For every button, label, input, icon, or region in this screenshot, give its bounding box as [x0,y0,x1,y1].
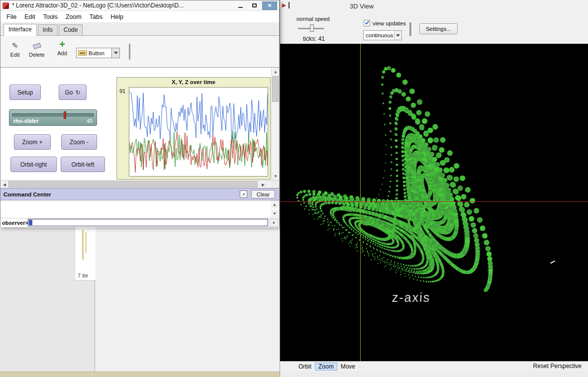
setup-button[interactable]: Setup [9,85,41,100]
widget-horizontal-scrollbar[interactable]: ◀ ▶ [0,180,279,188]
menu-tools[interactable]: Tools [39,12,62,22]
scroll-right-icon[interactable]: ▶ [259,181,267,188]
interface-canvas: Setup Go ↻ rho-slider 40 Zoom + Zoom - O… [0,68,279,180]
rho-slider[interactable]: rho-slider 40 [9,109,97,126]
reset-perspective-button[interactable]: Reset Perspective [533,363,582,370]
update-mode-value: continuous [364,32,394,38]
view-updates-toggle[interactable]: view updates [364,20,406,26]
close-button[interactable]: × [262,1,277,10]
go-button[interactable]: Go ↻ [59,85,87,100]
scrollbar-corner [271,181,279,188]
window-titlebar[interactable]: * Lorenz Attractor-3D_02 - NetLogo {C:\U… [0,0,279,11]
add-widget-button[interactable]: + Add [54,40,70,56]
z-axis-label: z-axis [392,290,431,305]
netlogo-main-window: * Lorenz Attractor-3D_02 - NetLogo {C:\U… [0,0,280,227]
speed-label: normal speed [296,16,330,22]
folder-icon [85,232,87,253]
mode-orbit[interactable]: Orbit [295,363,315,371]
scroll-down-icon[interactable]: ▼ [271,209,279,217]
interface-toolbar: ✎ Edit Delete + Add abc Button [0,36,279,68]
mode-zoom[interactable]: Zoom [315,363,337,371]
settings-label: Settings... [426,26,451,32]
scroll-left-icon[interactable]: ◀ [0,181,8,188]
plot-y-max-label: 91 [119,88,125,94]
settings-button[interactable]: Settings... [419,23,458,34]
scroll-up-icon[interactable]: ▲ [272,68,279,76]
add-label: Add [54,50,70,56]
zoom-in-button[interactable]: Zoom + [14,134,51,150]
ticks-counter: ticks: 41 [303,35,325,42]
view3d-app-icon-bar [289,2,290,8]
slider-label: rho-slider [13,118,39,124]
mode-move[interactable]: Move [337,363,359,371]
scroll-up-icon[interactable]: ▲ [271,200,279,208]
tab-interface[interactable]: Interface [3,24,37,36]
minimize-button[interactable] [234,1,246,10]
view3d-bottom-bar: Orbit Zoom Move Reset Perspective [280,361,588,372]
chevron-down-icon [111,48,119,58]
eraser-icon [32,43,41,49]
menu-zoom[interactable]: Zoom [62,12,86,22]
orbit-left-button[interactable]: Orbit-left [61,157,105,172]
zoom-out-label: Zoom - [70,139,89,146]
tab-info[interactable]: Info [38,24,58,35]
edit-widget-button[interactable]: ✎ Edit [6,41,23,58]
orbit-right-label: Orbit-right [20,161,47,168]
setup-label: Setup [17,89,33,96]
edit-label: Edit [6,52,23,58]
view3d-app-icon: ▶ [282,2,286,8]
chevron-down-icon [394,31,401,40]
tab-code[interactable]: Code [59,24,83,35]
forever-icon: ↻ [75,89,80,96]
toolbar-separator [129,44,131,60]
file-explorer-fragment: 7 ite [75,227,96,281]
slider-groove [12,113,94,117]
command-center-output[interactable]: ▲ ▼ [0,200,279,218]
scroll-thumb[interactable] [8,181,258,188]
delete-widget-button[interactable]: Delete [26,41,47,58]
zoom-in-label: Zoom + [22,139,42,146]
menu-bar: File Edit Tools Zoom Tabs Help [0,11,279,22]
mouse-mode-group: Orbit Zoom Move [295,362,359,371]
history-chevron-icon[interactable]: ▼ [270,219,278,227]
slider-handle[interactable] [64,111,66,119]
clear-button[interactable]: Clear [251,190,275,198]
command-center-header: Command Center ↗ Clear [0,188,279,200]
explorer-item-count: 7 ite [78,273,88,279]
plus-icon: + [54,40,70,49]
slider-value: 40 [87,118,93,124]
view-updates-label: view updates [373,20,406,26]
clear-label: Clear [257,191,270,197]
observer-prompt: observer> [2,220,28,226]
command-input[interactable] [28,219,268,226]
scroll-thumb[interactable] [272,76,279,102]
speed-slider-thumb[interactable] [310,24,314,32]
menu-tabs[interactable]: Tabs [86,12,106,22]
text-caret [29,220,32,225]
view3d-canvas[interactable] [280,44,588,361]
view-updates-checkbox[interactable] [364,20,370,26]
maximize-button[interactable] [248,1,260,10]
expand-icon[interactable]: ↗ [240,190,247,198]
folder-icon [82,230,84,260]
window-title: * Lorenz Attractor-3D_02 - NetLogo {C:\U… [12,2,234,9]
plot-widget: X, Y, Z over time 91 [116,77,271,180]
menu-file[interactable]: File [2,12,20,22]
zoom-out-button[interactable]: Zoom - [61,134,97,150]
plot-canvas [129,88,268,176]
orbit-right-button[interactable]: Orbit-right [10,157,57,172]
orbit-left-label: Orbit-left [71,161,94,168]
scroll-down-icon[interactable]: ▼ [272,172,279,180]
plot-area [129,87,268,177]
command-center-title: Command Center [3,191,51,197]
update-mode-dropdown[interactable]: continuous [363,30,402,40]
widget-type-label: Button [89,50,111,56]
menu-edit[interactable]: Edit [20,12,39,22]
menu-help[interactable]: Help [106,12,127,22]
controls-separator [409,22,411,36]
view3d-viewport[interactable]: z-axis [280,44,588,361]
widget-type-dropdown[interactable]: abc Button [76,48,120,58]
widget-vertical-scrollbar[interactable]: ▲ ▼ [271,68,279,180]
horizontal-axis-line [280,201,588,202]
view3d-titlebar[interactable]: ▶ 3D View [280,0,588,12]
